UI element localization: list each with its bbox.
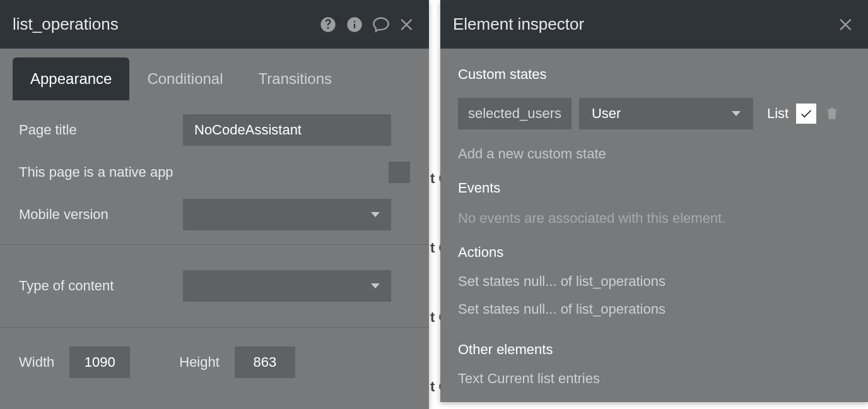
width-label: Width xyxy=(19,354,54,370)
events-heading: Events xyxy=(458,180,850,196)
custom-states-heading: Custom states xyxy=(458,66,850,83)
info-icon[interactable] xyxy=(346,16,363,33)
row-mobile-version: Mobile version xyxy=(0,191,429,238)
properties-panel: list_operations Appearance Conditional T… xyxy=(0,0,429,409)
properties-panel-header: list_operations xyxy=(0,0,429,49)
row-type-of-content: Type of content xyxy=(0,251,429,321)
add-custom-state-link[interactable]: Add a new custom state xyxy=(458,146,850,162)
page-title-input[interactable] xyxy=(183,114,391,146)
tab-bar: Appearance Conditional Transitions xyxy=(0,49,429,100)
chevron-down-icon xyxy=(371,212,380,217)
inspector-header: Element inspector xyxy=(440,0,868,49)
list-checkbox[interactable] xyxy=(796,104,816,124)
state-type-select[interactable]: User xyxy=(579,98,753,129)
custom-state-row: selected_users User List xyxy=(458,98,850,129)
tab-transitions[interactable]: Transitions xyxy=(241,57,349,100)
actions-heading: Actions xyxy=(458,244,850,261)
tab-conditional[interactable]: Conditional xyxy=(129,57,240,100)
height-input[interactable] xyxy=(235,347,295,378)
close-icon[interactable] xyxy=(399,16,416,33)
state-type-value: User xyxy=(592,105,621,122)
header-icon-group xyxy=(319,16,416,33)
type-of-content-select[interactable] xyxy=(183,270,391,302)
row-page-title: Page title xyxy=(0,107,429,153)
list-label: List xyxy=(767,105,789,122)
row-size: Width Height xyxy=(0,334,429,391)
close-icon[interactable] xyxy=(838,16,855,33)
action-item[interactable]: Set states null... of list_operations xyxy=(458,299,850,320)
help-icon[interactable] xyxy=(319,16,337,33)
height-label: Height xyxy=(179,354,220,370)
width-input[interactable] xyxy=(69,347,130,378)
tab-appearance[interactable]: Appearance xyxy=(13,57,129,100)
chevron-down-icon xyxy=(732,111,741,116)
chevron-down-icon xyxy=(371,283,380,288)
other-element-item[interactable]: Text Current list entries xyxy=(458,368,850,389)
page-title-label: Page title xyxy=(19,122,183,138)
events-empty-text: No events are associated with this eleme… xyxy=(458,210,850,227)
element-name: list_operations xyxy=(13,15,119,34)
properties-body: Page title This page is a native app Mob… xyxy=(0,100,429,409)
action-item[interactable]: Set states null... of list_operations xyxy=(458,271,850,292)
native-app-checkbox[interactable] xyxy=(389,162,410,183)
trash-icon[interactable] xyxy=(824,105,840,122)
type-of-content-label: Type of content xyxy=(19,278,183,294)
inspector-header-icons xyxy=(838,16,855,33)
comment-icon[interactable] xyxy=(372,16,390,33)
element-inspector-panel: Element inspector Custom states selected… xyxy=(440,0,868,402)
row-native-app: This page is a native app xyxy=(0,153,429,191)
inspector-title: Element inspector xyxy=(453,15,584,34)
mobile-version-select[interactable] xyxy=(183,199,391,230)
other-elements-heading: Other elements xyxy=(458,341,850,358)
mobile-version-label: Mobile version xyxy=(19,206,183,223)
state-name-input[interactable]: selected_users xyxy=(458,98,572,129)
inspector-body: Custom states selected_users User List A… xyxy=(440,49,868,402)
native-app-label: This page is a native app xyxy=(19,164,389,181)
